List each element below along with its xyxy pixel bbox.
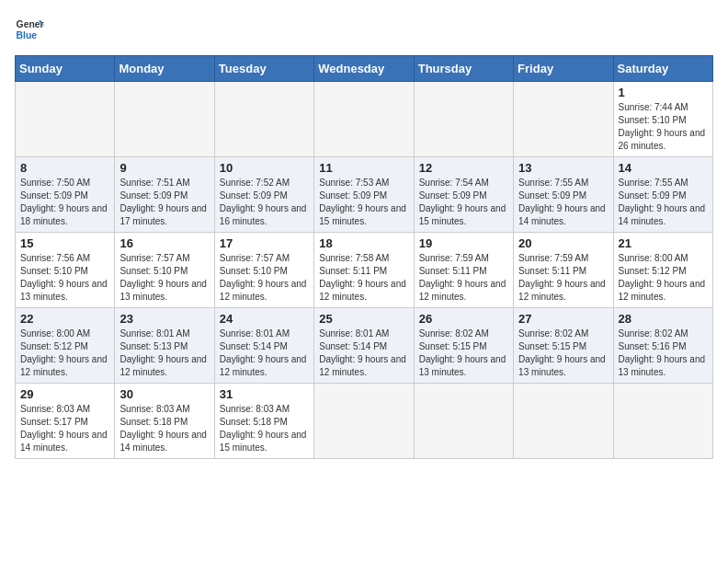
weekday-header-cell: Saturday (613, 56, 712, 82)
calendar-day-cell: 8Sunrise: 7:50 AMSunset: 5:09 PMDaylight… (16, 157, 115, 233)
weekday-header-cell: Sunday (16, 56, 115, 82)
calendar-day-cell: 28Sunrise: 8:02 AMSunset: 5:16 PMDayligh… (613, 308, 712, 384)
day-number: 18 (319, 236, 408, 250)
day-number: 28 (619, 312, 708, 326)
day-number: 19 (419, 236, 508, 250)
day-number: 11 (319, 161, 408, 175)
calendar-day-cell: 12Sunrise: 7:54 AMSunset: 5:09 PMDayligh… (414, 157, 513, 233)
calendar-day-cell (414, 384, 513, 459)
calendar-day-cell: 15Sunrise: 7:56 AMSunset: 5:10 PMDayligh… (16, 233, 115, 308)
calendar-day-cell: 31Sunrise: 8:03 AMSunset: 5:18 PMDayligh… (214, 384, 313, 459)
day-number: 12 (419, 161, 508, 175)
day-info: Sunrise: 7:59 AMSunset: 5:11 PMDaylight:… (518, 252, 608, 304)
calendar-day-cell: 16Sunrise: 7:57 AMSunset: 5:10 PMDayligh… (115, 233, 214, 308)
day-info: Sunrise: 8:02 AMSunset: 5:16 PMDaylight:… (619, 327, 708, 379)
day-number: 22 (20, 312, 109, 326)
weekday-header-row: SundayMondayTuesdayWednesdayThursdayFrid… (16, 56, 713, 82)
logo-icon: General Blue (15, 15, 44, 44)
weekday-header-cell: Wednesday (314, 56, 414, 82)
day-info: Sunrise: 8:03 AMSunset: 5:18 PMDaylight:… (119, 403, 209, 454)
day-info: Sunrise: 8:02 AMSunset: 5:15 PMDaylight:… (419, 327, 508, 379)
day-info: Sunrise: 7:56 AMSunset: 5:10 PMDaylight:… (20, 252, 109, 304)
day-info: Sunrise: 8:01 AMSunset: 5:14 PMDaylight:… (220, 327, 309, 379)
day-number: 25 (319, 312, 408, 326)
day-number: 10 (220, 161, 309, 175)
day-info: Sunrise: 7:59 AMSunset: 5:11 PMDaylight:… (419, 252, 508, 304)
calendar-day-cell: 17Sunrise: 7:57 AMSunset: 5:10 PMDayligh… (214, 233, 313, 308)
day-info: Sunrise: 8:01 AMSunset: 5:13 PMDaylight:… (119, 327, 209, 379)
calendar-day-cell (214, 82, 313, 157)
day-info: Sunrise: 7:50 AMSunset: 5:09 PMDaylight:… (20, 177, 109, 228)
calendar-day-cell: 29Sunrise: 8:03 AMSunset: 5:17 PMDayligh… (16, 384, 115, 459)
calendar-day-cell: 26Sunrise: 8:02 AMSunset: 5:15 PMDayligh… (414, 308, 513, 384)
calendar-day-cell: 1Sunrise: 7:44 AMSunset: 5:10 PMDaylight… (613, 82, 712, 157)
calendar-day-cell: 19Sunrise: 7:59 AMSunset: 5:11 PMDayligh… (414, 233, 513, 308)
calendar-day-cell: 21Sunrise: 8:00 AMSunset: 5:12 PMDayligh… (613, 233, 712, 308)
day-info: Sunrise: 7:54 AMSunset: 5:09 PMDaylight:… (419, 177, 508, 228)
day-info: Sunrise: 7:55 AMSunset: 5:09 PMDaylight:… (518, 177, 608, 228)
calendar-day-cell: 23Sunrise: 8:01 AMSunset: 5:13 PMDayligh… (115, 308, 214, 384)
calendar-table: SundayMondayTuesdayWednesdayThursdayFrid… (15, 55, 713, 459)
day-number: 9 (119, 161, 209, 175)
calendar-day-cell (613, 384, 712, 459)
day-number: 29 (20, 387, 109, 401)
calendar-day-cell: 10Sunrise: 7:52 AMSunset: 5:09 PMDayligh… (214, 157, 313, 233)
day-number: 20 (518, 236, 608, 250)
day-info: Sunrise: 7:55 AMSunset: 5:09 PMDaylight:… (619, 177, 708, 228)
day-number: 15 (20, 236, 109, 250)
day-number: 27 (518, 312, 608, 326)
weekday-header-cell: Friday (514, 56, 613, 82)
day-info: Sunrise: 7:57 AMSunset: 5:10 PMDaylight:… (119, 252, 209, 304)
calendar-week-row: 1Sunrise: 7:44 AMSunset: 5:10 PMDaylight… (16, 82, 713, 157)
day-number: 23 (119, 312, 209, 326)
day-info: Sunrise: 7:51 AMSunset: 5:09 PMDaylight:… (119, 177, 209, 228)
day-number: 1 (619, 86, 708, 99)
calendar-day-cell (314, 82, 414, 157)
calendar-day-cell: 20Sunrise: 7:59 AMSunset: 5:11 PMDayligh… (514, 233, 613, 308)
logo: General Blue (15, 15, 44, 44)
day-number: 13 (518, 161, 608, 175)
day-info: Sunrise: 8:01 AMSunset: 5:14 PMDaylight:… (319, 327, 408, 379)
day-number: 31 (220, 387, 309, 401)
day-number: 26 (419, 312, 508, 326)
day-number: 30 (119, 387, 209, 401)
calendar-day-cell: 27Sunrise: 8:02 AMSunset: 5:15 PMDayligh… (514, 308, 613, 384)
day-info: Sunrise: 8:02 AMSunset: 5:15 PMDaylight:… (518, 327, 608, 379)
calendar-day-cell (514, 384, 613, 459)
calendar-day-cell: 25Sunrise: 8:01 AMSunset: 5:14 PMDayligh… (314, 308, 414, 384)
day-info: Sunrise: 7:58 AMSunset: 5:11 PMDaylight:… (319, 252, 408, 304)
calendar-day-cell: 9Sunrise: 7:51 AMSunset: 5:09 PMDaylight… (115, 157, 214, 233)
calendar-day-cell (314, 384, 414, 459)
calendar-day-cell: 13Sunrise: 7:55 AMSunset: 5:09 PMDayligh… (514, 157, 613, 233)
day-info: Sunrise: 7:57 AMSunset: 5:10 PMDaylight:… (220, 252, 309, 304)
calendar-day-cell: 14Sunrise: 7:55 AMSunset: 5:09 PMDayligh… (613, 157, 712, 233)
day-info: Sunrise: 7:44 AMSunset: 5:10 PMDaylight:… (619, 101, 708, 153)
calendar-week-row: 22Sunrise: 8:00 AMSunset: 5:12 PMDayligh… (16, 308, 713, 384)
weekday-header-cell: Thursday (414, 56, 513, 82)
day-number: 8 (20, 161, 109, 175)
calendar-day-cell: 22Sunrise: 8:00 AMSunset: 5:12 PMDayligh… (16, 308, 115, 384)
calendar-day-cell (414, 82, 513, 157)
calendar-week-row: 15Sunrise: 7:56 AMSunset: 5:10 PMDayligh… (16, 233, 713, 308)
day-info: Sunrise: 8:03 AMSunset: 5:18 PMDaylight:… (220, 403, 309, 454)
day-info: Sunrise: 8:00 AMSunset: 5:12 PMDaylight:… (20, 327, 109, 379)
calendar-day-cell: 30Sunrise: 8:03 AMSunset: 5:18 PMDayligh… (115, 384, 214, 459)
calendar-day-cell (16, 82, 115, 157)
day-number: 17 (220, 236, 309, 250)
calendar-day-cell: 11Sunrise: 7:53 AMSunset: 5:09 PMDayligh… (314, 157, 414, 233)
day-info: Sunrise: 8:03 AMSunset: 5:17 PMDaylight:… (20, 403, 109, 454)
day-number: 14 (619, 161, 708, 175)
day-number: 21 (619, 236, 708, 250)
page-header: General Blue (15, 15, 713, 44)
calendar-day-cell (514, 82, 613, 157)
day-info: Sunrise: 7:53 AMSunset: 5:09 PMDaylight:… (319, 177, 408, 228)
weekday-header-cell: Tuesday (214, 56, 313, 82)
calendar-week-row: 8Sunrise: 7:50 AMSunset: 5:09 PMDaylight… (16, 157, 713, 233)
day-info: Sunrise: 7:52 AMSunset: 5:09 PMDaylight:… (220, 177, 309, 228)
svg-text:Blue: Blue (17, 30, 38, 40)
calendar-day-cell (115, 82, 214, 157)
day-info: Sunrise: 8:00 AMSunset: 5:12 PMDaylight:… (619, 252, 708, 304)
weekday-header-cell: Monday (115, 56, 214, 82)
calendar-week-row: 29Sunrise: 8:03 AMSunset: 5:17 PMDayligh… (16, 384, 713, 459)
calendar-day-cell: 18Sunrise: 7:58 AMSunset: 5:11 PMDayligh… (314, 233, 414, 308)
